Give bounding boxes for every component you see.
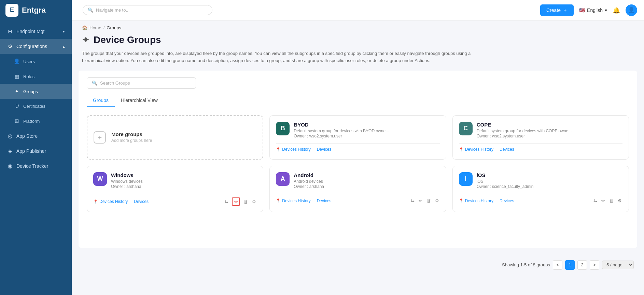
devices-link-ios[interactable]: Devices bbox=[500, 198, 514, 203]
group-header-cope: C COPE Default system group for devices … bbox=[459, 122, 622, 139]
logo[interactable]: E Entgra bbox=[0, 0, 72, 20]
devices-link-cope[interactable]: Devices bbox=[500, 147, 514, 152]
share-icon[interactable]: ⇆ bbox=[410, 197, 415, 204]
group-owner-android: Owner : arshana bbox=[294, 184, 324, 189]
group-header-ios: I iOS iOS Owner : science_faculty_admin bbox=[459, 172, 622, 189]
add-group-btn[interactable]: ＋ bbox=[94, 131, 106, 144]
app-store-icon: ◎ bbox=[7, 133, 13, 139]
devices-link-android[interactable]: Devices bbox=[317, 198, 332, 203]
device-tracker-icon: ◉ bbox=[7, 163, 13, 169]
group-card-windows: W Windows Windows devices Owner : arshan… bbox=[87, 166, 263, 212]
avatar[interactable]: 👤 bbox=[626, 4, 637, 16]
certificates-icon: 🛡 bbox=[14, 103, 20, 109]
group-info-byod: BYOD Default system group for devices wi… bbox=[294, 122, 389, 139]
sidebar-item-configurations[interactable]: ⚙ Configurations ▴ bbox=[0, 39, 72, 54]
page-1-button[interactable]: 1 bbox=[565, 260, 575, 270]
breadcrumb-home[interactable]: Home bbox=[89, 25, 101, 30]
logo-text: Entgra bbox=[22, 6, 46, 15]
sidebar-item-app-store[interactable]: ◎ App Store bbox=[0, 129, 72, 144]
tab-hierarchical[interactable]: Hierarchical View bbox=[115, 94, 164, 107]
edit-icon[interactable]: ✏ bbox=[601, 197, 606, 204]
devices-history-link-byod[interactable]: 📍 Devices History bbox=[276, 147, 310, 152]
delete-icon[interactable]: 🗑 bbox=[426, 197, 432, 204]
prev-page-button[interactable]: < bbox=[553, 260, 562, 270]
settings-icon[interactable]: ⚙ bbox=[251, 198, 257, 205]
settings-icon[interactable]: ⚙ bbox=[617, 197, 622, 204]
next-page-button[interactable]: > bbox=[590, 260, 599, 270]
nav-search[interactable]: 🔍 Navigate me to... bbox=[83, 5, 212, 15]
add-group-card[interactable]: ＋ More groups Add more groups here bbox=[87, 115, 263, 160]
group-avatar-cope: C bbox=[459, 122, 473, 135]
devices-history-label-android: Devices History bbox=[282, 198, 310, 203]
group-name-cope: COPE bbox=[477, 122, 572, 128]
devices-link-windows[interactable]: Devices bbox=[134, 199, 149, 204]
group-owner-ios: Owner : science_faculty_admin bbox=[477, 184, 534, 189]
delete-icon[interactable]: 🗑 bbox=[243, 198, 249, 205]
group-footer-windows: 📍 Devices History Devices ⇆ ✏ 🗑 ⚙ bbox=[93, 194, 257, 206]
share-icon[interactable]: ⇆ bbox=[593, 197, 598, 204]
home-icon: 🏠 bbox=[82, 25, 87, 30]
share-icon[interactable]: ⇆ bbox=[224, 198, 229, 205]
devices-history-link-android[interactable]: 📍 Devices History bbox=[276, 198, 310, 203]
sidebar-item-groups[interactable]: ✦ Groups bbox=[0, 84, 72, 99]
group-desc-android: Android devices bbox=[294, 179, 324, 185]
per-page-select[interactable]: 5 / page 10 / page 20 / page bbox=[602, 261, 634, 269]
sidebar-item-platform[interactable]: ⊞ Platform bbox=[0, 114, 72, 129]
sidebar-item-roles[interactable]: ▦ Roles bbox=[0, 69, 72, 84]
group-card-ios: I iOS iOS Owner : science_faculty_admin … bbox=[452, 166, 629, 212]
breadcrumb-separator: / bbox=[103, 25, 105, 30]
group-name-byod: BYOD bbox=[294, 122, 389, 128]
flag-icon: 🇺🇸 bbox=[579, 8, 585, 13]
sidebar-item-app-publisher[interactable]: ◈ App Publisher bbox=[0, 144, 72, 159]
group-footer-android: 📍 Devices History Devices ⇆ ✏ 🗑 ⚙ bbox=[276, 194, 439, 204]
group-desc-windows: Windows devices bbox=[111, 179, 143, 185]
settings-icon[interactable]: ⚙ bbox=[434, 197, 440, 204]
sidebar-item-label: Device Tracker bbox=[16, 163, 48, 169]
devices-history-link-windows[interactable]: 📍 Devices History bbox=[93, 199, 128, 204]
notification-icon[interactable]: 🔔 bbox=[613, 6, 620, 14]
footer-actions-windows: ⇆ ✏ 🗑 ⚙ bbox=[224, 197, 257, 206]
group-info-cope: COPE Default system group for devices wi… bbox=[477, 122, 572, 139]
configurations-icon: ⚙ bbox=[7, 43, 13, 49]
sidebar-item-certificates[interactable]: 🛡 Certificates bbox=[0, 99, 72, 114]
group-avatar-windows: W bbox=[93, 172, 107, 186]
pin-icon: 📍 bbox=[276, 198, 281, 203]
group-avatar-byod: B bbox=[276, 122, 290, 135]
group-footer-ios: 📍 Devices History Devices ⇆ ✏ 🗑 ⚙ bbox=[459, 194, 622, 204]
sidebar-item-label: Certificates bbox=[23, 104, 45, 109]
sidebar-item-label: Configurations bbox=[16, 44, 47, 49]
page-2-button[interactable]: 2 bbox=[577, 260, 587, 270]
edit-icon[interactable]: ✏ bbox=[418, 197, 423, 204]
devices-history-label-windows: Devices History bbox=[99, 199, 128, 204]
pin-icon: 📍 bbox=[276, 147, 281, 152]
app-publisher-icon: ◈ bbox=[7, 148, 13, 154]
language-selector[interactable]: 🇺🇸 English ▾ bbox=[579, 8, 607, 13]
devices-history-label-cope: Devices History bbox=[465, 147, 493, 152]
devices-history-link-ios[interactable]: 📍 Devices History bbox=[459, 198, 493, 203]
group-header-android: A Android Android devices Owner : arshan… bbox=[276, 172, 439, 189]
create-button[interactable]: Create ＋ bbox=[540, 4, 574, 16]
delete-icon[interactable]: 🗑 bbox=[608, 197, 614, 204]
devices-history-link-cope[interactable]: 📍 Devices History bbox=[459, 147, 493, 152]
tab-groups[interactable]: Groups bbox=[87, 94, 115, 107]
groups-search-bar[interactable]: 🔍 Search Groups bbox=[87, 77, 196, 89]
group-info-windows: Windows Windows devices Owner : arshana bbox=[111, 172, 143, 189]
devices-link-byod[interactable]: Devices bbox=[317, 147, 332, 152]
sidebar-item-users[interactable]: 👤 Users bbox=[0, 54, 72, 69]
search-icon: 🔍 bbox=[88, 8, 93, 13]
group-card-byod: B BYOD Default system group for devices … bbox=[269, 115, 446, 160]
group-info-android: Android Android devices Owner : arshana bbox=[294, 172, 324, 189]
sidebar-item-label: Endpoint Mgt bbox=[16, 29, 45, 34]
sidebar-item-label: Groups bbox=[23, 89, 38, 94]
sidebar-item-device-tracker[interactable]: ◉ Device Tracker bbox=[0, 159, 72, 174]
page-title-icon: ✦ bbox=[82, 35, 89, 45]
edit-icon-highlighted[interactable]: ✏ bbox=[232, 197, 240, 206]
group-avatar-android: A bbox=[276, 172, 290, 186]
sidebar-item-endpoint-mgt[interactable]: ⊞ Endpoint Mgt ▾ bbox=[0, 24, 72, 39]
groups-icon: ✦ bbox=[14, 88, 20, 94]
language-label: English bbox=[587, 8, 603, 13]
group-desc-ios: iOS bbox=[477, 179, 534, 185]
create-label: Create bbox=[546, 8, 561, 13]
group-footer-cope: 📍 Devices History Devices bbox=[459, 143, 622, 152]
page-title: ✦ Device Groups bbox=[82, 34, 161, 45]
